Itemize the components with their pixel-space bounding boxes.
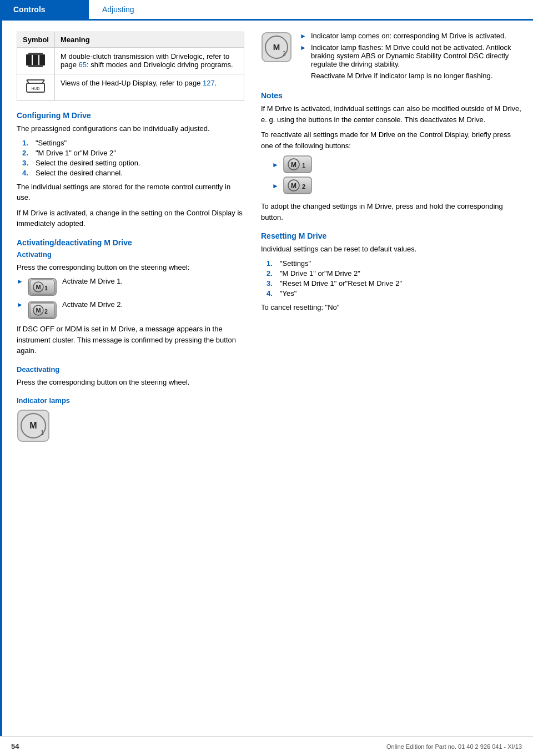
table-header-symbol: Symbol <box>17 32 55 48</box>
resetting-intro: Individual settings can be reset to defa… <box>261 244 522 255</box>
svg-text:HUD: HUD <box>32 87 40 90</box>
reset-num-4: 4. <box>266 289 278 298</box>
svg-rect-0 <box>26 54 32 65</box>
config-step-3: 3. Select the desired setting option. <box>22 159 244 167</box>
svg-text:M: M <box>36 284 41 290</box>
step-num-4: 4. <box>22 169 33 177</box>
activate2-row: ► M 2 Activate M Drive 2. <box>17 300 244 320</box>
right-column: M 2 ► Indicator lamp comes on: correspon… <box>255 32 533 444</box>
page-link-65[interactable]: 65 <box>79 61 87 69</box>
page-number: 54 <box>11 742 19 750</box>
indicator-bullets: ► Indicator lamp comes on: corresponding… <box>300 32 522 84</box>
page-link-127[interactable]: 127 <box>203 79 215 87</box>
reset-text-3: "Reset M Drive 1" or"Reset M Drive 2" <box>280 279 402 288</box>
svg-text:2: 2 <box>283 51 286 57</box>
m2-lamp-icon-svg: M 2 <box>261 32 292 63</box>
svg-text:1: 1 <box>41 429 44 436</box>
step-text-4: Select the desired channel. <box>36 169 123 177</box>
config-steps-list: 1. "Settings" 2. "M Drive 1" or"M Drive … <box>22 139 244 177</box>
deactivating-text: Press the corresponding button on the st… <box>17 377 244 388</box>
indicator-text-3: Reactivate M Drive if indicator lamp is … <box>311 72 492 80</box>
step-num-3: 3. <box>22 159 33 167</box>
arrow-2: ► <box>300 44 306 52</box>
notes-para1: If M Drive is activated, individual sett… <box>261 103 522 125</box>
notes-heading: Notes <box>261 91 522 100</box>
table-header-meaning: Meaning <box>54 32 244 48</box>
hud-icon: HUD <box>26 79 46 94</box>
indicator-bullet-1: ► Indicator lamp comes on: corresponding… <box>300 32 522 40</box>
table-row: M double-clutch transmission with Drivel… <box>17 48 244 74</box>
m1-lamp-icon: M 1 <box>17 409 50 442</box>
left-column: Symbol Meaning M double-clutch transmiss… <box>0 32 255 444</box>
svg-text:1: 1 <box>44 285 48 291</box>
nav-adjusting[interactable]: Adjusting <box>89 0 148 19</box>
m1-lamp-container: M 1 <box>17 409 244 444</box>
table-cell-transmission: M double-clutch transmission with Drivel… <box>54 48 244 74</box>
m2-lamp-icon-container: M 2 <box>261 32 294 64</box>
accent-bar <box>0 20 2 736</box>
svg-text:M: M <box>291 161 296 169</box>
reset-num-1: 1. <box>266 259 278 268</box>
activating-sub: Activating <box>17 250 244 259</box>
m-drive-1-btn: M 1 <box>28 278 57 296</box>
activate1-row: ► M 1 Activate M Drive 1. <box>17 277 244 297</box>
deactivating-sub: Deactivating <box>17 365 244 374</box>
step-num-2: 2. <box>22 149 33 157</box>
top-nav: Controls Adjusting <box>0 0 533 20</box>
indicator-sub: Indicator lamps <box>17 396 244 405</box>
symbol-cell-hud: HUD <box>17 74 55 101</box>
config-step-2: 2. "M Drive 1" or"M Drive 2" <box>22 149 244 157</box>
activate1-label: Activate M Drive 1. <box>62 277 123 285</box>
transmission-icon <box>26 52 46 68</box>
reset-step-1: 1. "Settings" <box>266 259 522 268</box>
svg-text:1: 1 <box>302 162 305 169</box>
reset-num-2: 2. <box>266 269 278 278</box>
svg-text:M: M <box>273 42 280 52</box>
cancel-text: To cancel resetting: "No" <box>261 302 522 313</box>
indicator-bullet-2: ► Indicator lamp flashes: M Drive could … <box>300 43 522 68</box>
dsc-note: If DSC OFF or MDM is set in M Drive, a m… <box>17 324 244 356</box>
reset-step-3: 3. "Reset M Drive 1" or"Reset M Drive 2" <box>266 279 522 288</box>
indicator-text-2: Indicator lamp flashes: M Drive could no… <box>311 43 522 68</box>
reset-text-4: "Yes" <box>280 289 296 298</box>
m2-button-icon: M 2 <box>29 303 55 318</box>
reset-text-1: "Settings" <box>280 259 311 268</box>
symbol-cell-transmission <box>17 48 55 74</box>
m1-reactivate-btn: M 1 <box>283 155 312 173</box>
step-text-3: Select the desired setting option. <box>36 159 140 167</box>
configuring-intro: The preassigned configurations can be in… <box>17 123 244 134</box>
table-row: HUD Views of the Head-Up Display, refer … <box>17 74 244 101</box>
svg-rect-2 <box>39 54 45 65</box>
nav-controls[interactable]: Controls <box>0 0 89 19</box>
adopt-text: To adopt the changed settings in M Drive… <box>261 201 522 223</box>
bottom-bar: 54 Online Edition for Part no. 01 40 2 9… <box>0 736 533 756</box>
svg-text:2: 2 <box>44 309 48 315</box>
table-cell-hud: Views of the Head-Up Display, refer to p… <box>54 74 244 101</box>
svg-text:M: M <box>36 307 41 314</box>
indicator-bullet-3: Reactivate M Drive if indicator lamp is … <box>311 72 522 80</box>
reset-steps-list: 1. "Settings" 2. "M Drive 1" or"M Drive … <box>266 259 522 298</box>
svg-rect-3 <box>28 53 43 55</box>
config-note2: If M Drive is activated, a change in the… <box>17 208 244 229</box>
config-step-1: 1. "Settings" <box>22 139 244 147</box>
step-text-2: "M Drive 1" or"M Drive 2" <box>36 149 116 157</box>
resetting-heading: Resetting M Drive <box>261 231 522 240</box>
symbol-table: Symbol Meaning M double-clutch transmiss… <box>17 32 244 101</box>
svg-text:2: 2 <box>302 183 305 190</box>
svg-text:M: M <box>29 421 37 430</box>
footer-text: Online Edition for Part no. 01 40 2 926 … <box>386 743 522 750</box>
arrow-bullet-2: ► <box>17 301 23 309</box>
m-drive-2-btn: M 2 <box>28 301 57 319</box>
svg-rect-4 <box>28 65 43 67</box>
activating-intro: Press the corresponding button on the st… <box>17 262 244 273</box>
step-num-1: 1. <box>22 139 33 147</box>
arrow-bullet-1: ► <box>17 278 23 285</box>
m2-lamp-row: M 2 ► Indicator lamp comes on: correspon… <box>261 32 522 84</box>
arrow-reactivate-1: ► <box>272 161 279 169</box>
main-content: Symbol Meaning M double-clutch transmiss… <box>0 21 533 455</box>
svg-rect-1 <box>33 54 38 65</box>
reactivation-buttons: ► M 1 ► <box>272 155 522 198</box>
m2-reactivate-btn: M 2 <box>283 177 312 194</box>
activating-heading: Activating/deactivating M Drive <box>17 238 244 247</box>
notes-para2: To reactivate all settings made for M Dr… <box>261 129 522 151</box>
